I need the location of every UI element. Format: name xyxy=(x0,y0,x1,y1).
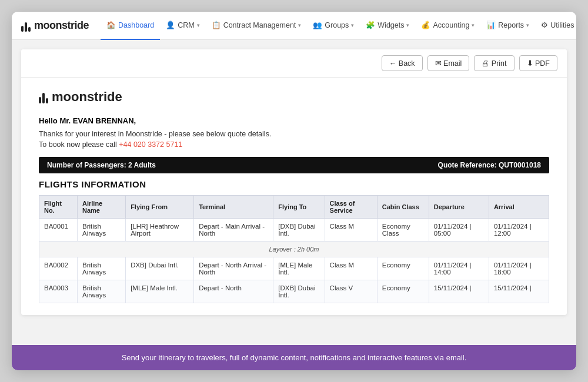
intro-line2: To book now please call +44 020 3372 571… xyxy=(39,140,549,149)
print-button[interactable]: 🖨 Print xyxy=(474,55,514,71)
nav-label-dashboard: Dashboard xyxy=(118,21,154,29)
cell-cabin-class: Economy xyxy=(377,280,429,303)
layover-text: Layover : 2h 00m xyxy=(39,242,549,257)
cell-airline: British Airways xyxy=(77,280,125,303)
cell-flight-no: BA0002 xyxy=(39,257,78,280)
cell-terminal: Depart - North Arrival - North xyxy=(194,257,273,280)
nav-label-widgets: Widgets xyxy=(377,21,404,29)
col-airline: Airline Name xyxy=(77,196,125,219)
top-nav: moonstride 🏠 Dashboard 👤 CRM ▾ xyxy=(12,12,576,40)
nav-left: moonstride 🏠 Dashboard 👤 CRM ▾ xyxy=(21,12,576,40)
email-button[interactable]: ✉ Email xyxy=(427,55,470,71)
utilities-icon: ⚙ xyxy=(541,21,548,29)
cell-cabin-class: Economy Class xyxy=(377,219,429,242)
cell-class-service: Class M xyxy=(325,257,377,280)
nav-link-utilities[interactable]: ⚙ Utilities ▾ xyxy=(535,12,576,40)
document-card: ← Back ✉ Email 🖨 Print ⬇ PDF moonstride xyxy=(21,49,567,315)
nav-item-utilities[interactable]: ⚙ Utilities ▾ xyxy=(535,12,576,40)
logo-icon xyxy=(21,20,31,32)
cell-arrival: 15/11/2024 | xyxy=(489,280,549,303)
greeting-text: Hello Mr. EVAN BRENNAN, xyxy=(39,116,549,125)
doc-logo-icon xyxy=(39,91,48,103)
col-departure: Departure xyxy=(429,196,489,219)
nav-link-accounting[interactable]: 💰 Accounting ▾ xyxy=(415,12,480,40)
logo-text: moonstride xyxy=(34,19,89,32)
logo-bar-1 xyxy=(21,26,24,32)
contract-icon: 📋 xyxy=(212,21,221,29)
nav-item-accounting[interactable]: 💰 Accounting ▾ xyxy=(415,12,480,40)
nav-item-groups[interactable]: 👥 Groups ▾ xyxy=(307,12,360,40)
cell-arrival: 01/11/2024 | 18:00 xyxy=(489,257,549,280)
flights-section-title: FLIGHTS INFORMATION xyxy=(39,179,549,189)
content-area: ← Back ✉ Email 🖨 Print ⬇ PDF moonstride xyxy=(12,40,576,370)
nav-item-crm[interactable]: 👤 CRM ▾ xyxy=(160,12,205,40)
nav-label-accounting: Accounting xyxy=(433,21,469,29)
nav-label-groups: Groups xyxy=(325,21,349,29)
chevron-down-icon-6: ▾ xyxy=(526,22,529,28)
cell-terminal: Depart - North xyxy=(194,280,273,303)
cell-departure: 01/11/2024 | 14:00 xyxy=(429,257,489,280)
col-terminal: Terminal xyxy=(194,196,273,219)
nav-link-reports[interactable]: 📊 Reports ▾ xyxy=(480,12,535,40)
table-row: BA0002 British Airways DXB] Dubai Intl. … xyxy=(39,257,549,280)
bottom-banner: Send your itinerary to travelers, full o… xyxy=(12,345,576,370)
reports-icon: 📊 xyxy=(486,21,496,29)
nav-link-groups[interactable]: 👥 Groups ▾ xyxy=(307,12,360,40)
cell-flying-from: [LHR] Heathrow Airport xyxy=(126,219,194,242)
nav-label-utilities: Utilities xyxy=(550,21,574,29)
phone-link[interactable]: +44 020 3372 5711 xyxy=(119,140,182,149)
nav-item-dashboard[interactable]: 🏠 Dashboard xyxy=(101,12,160,40)
accounting-icon: 💰 xyxy=(421,21,430,29)
nav-link-crm[interactable]: 👤 CRM ▾ xyxy=(160,12,205,40)
passenger-count: Number of Passengers: 2 Adults xyxy=(47,161,156,169)
pdf-button[interactable]: ⬇ PDF xyxy=(519,55,557,71)
main-frame: moonstride 🏠 Dashboard 👤 CRM ▾ xyxy=(12,12,576,370)
col-flight-no: Flight No. xyxy=(39,196,78,219)
cell-flying-to: [DXB] Dubai Intl. xyxy=(273,280,325,303)
logo-bar-3 xyxy=(28,27,31,32)
chevron-down-icon-2: ▾ xyxy=(298,22,301,28)
crm-icon: 👤 xyxy=(166,21,175,29)
cell-class-service: Class M xyxy=(325,219,377,242)
widgets-icon: 🧩 xyxy=(366,21,375,29)
home-icon: 🏠 xyxy=(106,21,116,29)
col-flying-from: Flying From xyxy=(126,196,194,219)
doc-logo: moonstride xyxy=(39,89,549,105)
col-flying-to: Flying To xyxy=(273,196,325,219)
info-bar: Number of Passengers: 2 Adults Quote Ref… xyxy=(39,157,549,173)
nav-link-contract[interactable]: 📋 Contract Management ▾ xyxy=(206,12,308,40)
col-class-service: Class of Service xyxy=(325,196,377,219)
chevron-down-icon-3: ▾ xyxy=(351,22,354,28)
chevron-down-icon: ▾ xyxy=(197,22,200,28)
cell-flying-from: DXB] Dubai Intl. xyxy=(126,257,194,280)
col-arrival: Arrival xyxy=(489,196,549,219)
nav-item-contract[interactable]: 📋 Contract Management ▾ xyxy=(206,12,308,40)
cell-cabin-class: Economy xyxy=(377,257,429,280)
cell-class-service: Class V xyxy=(325,280,377,303)
document-body: moonstride Hello Mr. EVAN BRENNAN, Thank… xyxy=(21,78,567,315)
nav-link-widgets[interactable]: 🧩 Widgets ▾ xyxy=(360,12,415,40)
nav-menu: 🏠 Dashboard 👤 CRM ▾ 📋 Contract Managemen… xyxy=(101,12,576,40)
cell-arrival: 01/11/2024 | 12:00 xyxy=(489,219,549,242)
table-header-row: Flight No. Airline Name Flying From Term… xyxy=(39,196,549,219)
cell-flight-no: BA0001 xyxy=(39,219,78,242)
chevron-down-icon-5: ▾ xyxy=(472,22,475,28)
nav-item-widgets[interactable]: 🧩 Widgets ▾ xyxy=(360,12,415,40)
nav-item-reports[interactable]: 📊 Reports ▾ xyxy=(480,12,535,40)
nav-link-dashboard[interactable]: 🏠 Dashboard xyxy=(101,12,160,40)
logo-bar-2 xyxy=(25,22,27,32)
cell-departure: 15/11/2024 | xyxy=(429,280,489,303)
table-row: BA0001 British Airways [LHR] Heathrow Ai… xyxy=(39,219,549,242)
groups-icon: 👥 xyxy=(313,21,322,29)
chevron-down-icon-4: ▾ xyxy=(406,22,409,28)
quote-reference: Quote Reference: QUT0001018 xyxy=(438,161,541,169)
cell-airline: British Airways xyxy=(77,219,125,242)
cell-terminal: Depart - Main Arrival - North xyxy=(194,219,273,242)
back-button[interactable]: ← Back xyxy=(382,55,423,71)
col-cabin-class: Cabin Class xyxy=(377,196,429,219)
nav-label-reports: Reports xyxy=(498,21,524,29)
cell-flight-no: BA0003 xyxy=(39,280,78,303)
nav-label-contract: Contract Management xyxy=(223,21,296,29)
nav-label-crm: CRM xyxy=(178,21,194,29)
cell-flying-to: [DXB] Dubai Intl. xyxy=(273,219,325,242)
